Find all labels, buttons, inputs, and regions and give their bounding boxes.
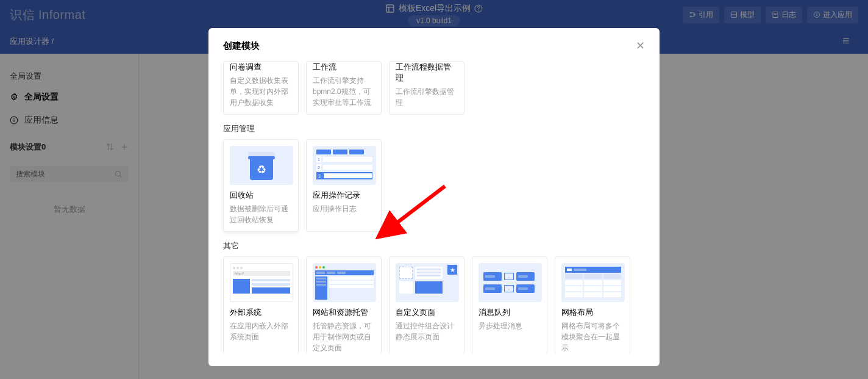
section-label-other: 其它 <box>223 240 645 251</box>
card-title: 自定义页面 <box>396 307 458 318</box>
external-system-icon: http:// <box>230 263 293 302</box>
card-title: 工作流程数据管理 <box>396 62 458 84</box>
card-title: 问卷调查 <box>230 62 292 73</box>
card-operation-log[interactable]: 1 2 3 应用操作记录 应用操作日志 <box>306 139 382 232</box>
card-grid-other: http:// 外部系统 在应用内嵌入外部系统页面 <box>223 256 645 354</box>
message-queue-icon <box>478 263 542 302</box>
card-title: 消息队列 <box>478 307 541 318</box>
card-website-hosting[interactable]: 网站和资源托管 托管静态资源，可用于制作网页或自定义页面 <box>306 256 382 354</box>
close-icon[interactable]: ✕ <box>636 39 645 52</box>
card-desc: 工作流引擎支持bpmn2.0规范，可实现审批等工作流 <box>313 75 375 108</box>
card-desc: 网格布局可将多个模块聚合在一起显示 <box>561 320 624 353</box>
card-external-system[interactable]: http:// 外部系统 在应用内嵌入外部系统页面 <box>223 256 299 354</box>
modal-title: 创建模块 <box>223 40 260 52</box>
recycle-bin-icon <box>230 146 293 185</box>
card-custom-page[interactable]: ★ 自定义页面 通过控件组合设计静态展示页面 <box>389 256 464 354</box>
card-title: 网站和资源托管 <box>313 307 375 318</box>
card-recycle-bin[interactable]: 回收站 数据被删除后可通过回收站恢复 <box>223 139 299 232</box>
card-desc: 数据被删除后可通过回收站恢复 <box>230 203 292 225</box>
card-row-top: 问卷调查 自定义数据收集表单，实现对内外部用户数据收集 工作流 工作流引擎支持b… <box>223 61 645 115</box>
card-desc: 在应用内嵌入外部系统页面 <box>230 320 292 342</box>
card-title: 应用操作记录 <box>313 190 375 201</box>
section-label-app-mgmt: 应用管理 <box>223 123 645 134</box>
website-hosting-icon <box>313 263 376 302</box>
custom-page-icon: ★ <box>396 263 459 302</box>
operation-log-icon: 1 2 3 <box>313 146 376 185</box>
card-title: 网格布局 <box>561 307 624 318</box>
modal-body: 问卷调查 自定义数据收集表单，实现对内外部用户数据收集 工作流 工作流引擎支持b… <box>208 61 660 354</box>
card-title: 工作流 <box>313 62 375 73</box>
card-title: 外部系统 <box>230 307 292 318</box>
card-survey[interactable]: 问卷调查 自定义数据收集表单，实现对内外部用户数据收集 <box>223 61 299 115</box>
card-grid-app-mgmt: 回收站 数据被删除后可通过回收站恢复 1 2 3 应用操作记录 应用操作日志 <box>223 139 645 232</box>
card-desc: 自定义数据收集表单，实现对内外部用户数据收集 <box>230 75 292 108</box>
card-message-queue[interactable]: 消息队列 异步处理消息 <box>472 256 547 354</box>
create-module-modal: 创建模块 ✕ 问卷调查 自定义数据收集表单，实现对内外部用户数据收集 工作流 工… <box>208 28 660 366</box>
card-desc: 工作流引擎数据管理 <box>396 86 458 108</box>
grid-layout-icon <box>561 263 625 302</box>
card-desc: 异步处理消息 <box>478 320 541 331</box>
card-desc: 通过控件组合设计静态展示页面 <box>396 320 458 342</box>
card-title: 回收站 <box>230 190 292 201</box>
card-desc: 应用操作日志 <box>313 203 375 214</box>
card-grid-layout[interactable]: 网格布局 网格布局可将多个模块聚合在一起显示 <box>555 256 630 354</box>
card-workflow[interactable]: 工作流 工作流引擎支持bpmn2.0规范，可实现审批等工作流 <box>306 61 382 115</box>
card-workflow-data[interactable]: 工作流程数据管理 工作流引擎数据管理 <box>389 61 464 115</box>
card-desc: 托管静态资源，可用于制作网页或自定义页面 <box>313 320 375 353</box>
modal-header: 创建模块 ✕ <box>208 28 660 61</box>
